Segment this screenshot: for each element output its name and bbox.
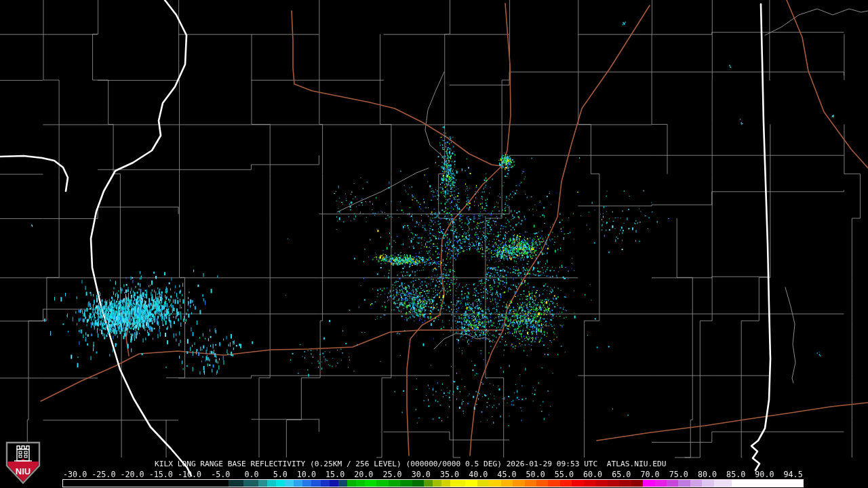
colorbar-segment [631, 480, 643, 487]
colorbar-segment [643, 480, 654, 487]
colorbar-segment [655, 480, 667, 487]
colorbar-segment [294, 480, 302, 487]
colorbar-segment [389, 480, 400, 487]
colorbar-segment [690, 480, 702, 487]
colorbar-segment [608, 480, 619, 487]
colorbar-segment [321, 480, 330, 487]
niu-letters: NIU [16, 466, 31, 476]
colorbar-segment [338, 480, 347, 487]
radar-map-canvas [0, 0, 868, 488]
radar-caption: KILX LONG RANGE BASE REFLECTIVITY (0.25K… [155, 460, 666, 469]
colorbar-segment [330, 480, 338, 487]
colorbar-segment [229, 480, 243, 487]
colorbar-segment [536, 480, 548, 487]
colorbar-segment [424, 480, 433, 487]
colorbar-segment [513, 480, 524, 487]
colorbar-segment [356, 480, 365, 487]
colorbar-segment [465, 480, 477, 487]
colorbar-segment [365, 480, 376, 487]
colorbar-segment [667, 480, 678, 487]
radar-viewer: NIU KILX LONG RANGE BASE REFLECTIVITY (0… [0, 0, 868, 488]
colorbar-segment [285, 480, 294, 487]
colorbar-segment [489, 480, 500, 487]
colorbar-segment [714, 480, 732, 487]
colorbar-segment [595, 480, 607, 487]
colorbar-segment [63, 480, 229, 487]
colorbar-segment [302, 480, 311, 487]
colorbar-segment [619, 480, 631, 487]
colorbar-segment [311, 480, 320, 487]
colorbar-segment [267, 480, 276, 487]
colorbar-segment [477, 480, 489, 487]
colorbar-segment [501, 480, 513, 487]
colorbar-segment [732, 480, 803, 487]
colorbar-segment [525, 480, 536, 487]
colorbar-segment [678, 480, 690, 487]
colorbar-segment [450, 480, 465, 487]
colorbar-segment [400, 480, 412, 487]
colorbar-segment [548, 480, 559, 487]
colorbar-segment [433, 480, 441, 487]
colorbar-segment [441, 480, 450, 487]
niu-logo: NIU [5, 441, 41, 485]
colorbar-segment [376, 480, 388, 487]
colorbar-segment [412, 480, 424, 487]
colorbar-segment [572, 480, 583, 487]
colorbar-segment [584, 480, 595, 487]
colorbar-tick-labels: -30.0 -25.0 -20.0 -15.0 -10.0 -5.0 0.0 5… [58, 470, 803, 479]
colorbar-segment [258, 480, 267, 487]
colorbar-segment [560, 480, 572, 487]
colorbar-segment [702, 480, 713, 487]
colorbar [62, 479, 804, 487]
colorbar-segment [347, 480, 356, 487]
colorbar-segment [276, 480, 285, 487]
colorbar-segment [243, 480, 258, 487]
